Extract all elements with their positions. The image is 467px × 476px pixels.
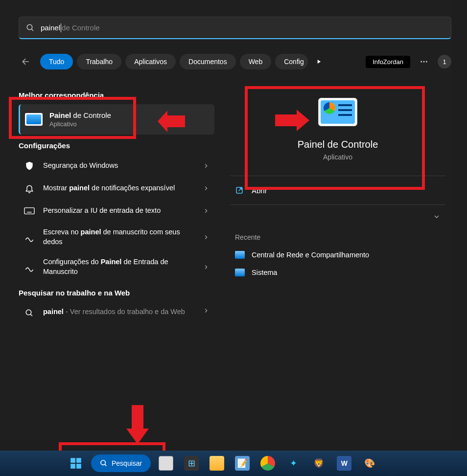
best-match-item[interactable]: Painel de Controle Aplicativo bbox=[19, 104, 214, 135]
search-suggestion-text: de Controle bbox=[62, 23, 100, 32]
start-button[interactable] bbox=[66, 453, 86, 474]
keyboard-icon bbox=[23, 205, 35, 217]
file-explorer-app[interactable] bbox=[207, 453, 227, 474]
svg-point-4 bbox=[426, 61, 427, 63]
svg-point-3 bbox=[423, 61, 425, 63]
search-panel: painel de Controle Tudo Trabalho Aplicat… bbox=[0, 0, 452, 440]
text-cursor bbox=[61, 23, 61, 32]
brave-app[interactable]: 🦁 bbox=[308, 453, 329, 474]
preview-subtitle: Aplicativo bbox=[230, 153, 445, 161]
svg-line-1 bbox=[31, 29, 33, 31]
annotation-arrow-right bbox=[275, 110, 309, 131]
open-action[interactable]: Abrir bbox=[230, 179, 445, 202]
chevron-right-icon bbox=[203, 185, 210, 192]
app-icon[interactable]: ✦ bbox=[283, 453, 304, 474]
tab-apps[interactable]: Aplicativos bbox=[125, 54, 176, 69]
best-match-subtitle: Aplicativo bbox=[49, 120, 111, 128]
section-web-title: Pesquisar no trabalho e na Web bbox=[19, 289, 214, 297]
preview-header: Painel de Controle Aplicativo bbox=[230, 84, 445, 173]
control-panel-icon bbox=[25, 113, 43, 126]
svg-rect-5 bbox=[24, 208, 34, 214]
setting-text: Mostrar painel de notificações expansíve… bbox=[43, 183, 195, 193]
preview-title: Painel de Controle bbox=[230, 139, 445, 150]
tab-work[interactable]: Trabalho bbox=[77, 54, 121, 69]
taskbar: Pesquisar ⊞ 📝 ✦ 🦁 W 🎨 bbox=[0, 451, 467, 476]
search-input[interactable]: painel de Controle bbox=[19, 17, 451, 39]
search-icon bbox=[23, 307, 35, 319]
task-view-button[interactable] bbox=[156, 453, 176, 474]
setting-handwriting-panel[interactable]: Configurações do Painel de Entrada de Ma… bbox=[19, 252, 214, 282]
preview-right-column: Painel de Controle Aplicativo Abrir Rece… bbox=[230, 84, 445, 281]
search-typed-text: painel bbox=[41, 23, 60, 32]
setting-text-input-ui[interactable]: Personalizar a IU de entrada de texto bbox=[19, 200, 214, 222]
recent-item-network[interactable]: Central de Rede e Compartilhamento bbox=[230, 246, 445, 264]
control-panel-icon-large bbox=[318, 98, 357, 126]
divider bbox=[230, 176, 445, 176]
divider bbox=[230, 204, 445, 205]
svg-rect-17 bbox=[76, 464, 81, 469]
search-icon bbox=[100, 459, 108, 467]
tab-settings-partial[interactable]: Config bbox=[275, 54, 307, 69]
web-search-text: painel - Ver resultados do trabalho e da… bbox=[43, 307, 195, 317]
svg-rect-16 bbox=[70, 464, 75, 469]
chevron-right-icon bbox=[203, 207, 210, 214]
chevron-right-icon bbox=[203, 234, 210, 241]
svg-line-19 bbox=[105, 464, 106, 466]
shield-icon bbox=[23, 160, 35, 172]
setting-notification-panel[interactable]: Mostrar painel de notificações expansíve… bbox=[19, 177, 214, 200]
recent-section-title: Recente bbox=[230, 226, 445, 246]
svg-line-12 bbox=[30, 315, 32, 317]
recent-item-system[interactable]: Sistema bbox=[230, 264, 445, 281]
word-app[interactable]: W bbox=[334, 453, 354, 474]
paint-app[interactable]: 🎨 bbox=[359, 453, 380, 474]
brand-badge: InfoZordan bbox=[366, 56, 410, 68]
control-panel-small-icon bbox=[235, 269, 245, 276]
search-icon bbox=[26, 23, 35, 32]
tab-all[interactable]: Tudo bbox=[40, 54, 73, 69]
svg-point-11 bbox=[26, 310, 31, 316]
handwriting-icon bbox=[23, 261, 35, 273]
avatar[interactable]: 1 bbox=[438, 55, 451, 68]
back-button[interactable] bbox=[19, 54, 33, 69]
expand-button[interactable] bbox=[230, 208, 445, 226]
open-external-icon bbox=[235, 186, 244, 195]
setting-text: Configurações do Painel de Entrada de Ma… bbox=[43, 257, 195, 276]
chevron-down-icon bbox=[433, 213, 441, 221]
tab-web[interactable]: Web bbox=[240, 54, 272, 69]
best-match-title: Painel de Controle bbox=[49, 111, 111, 119]
setting-text: Escreva no painel de manuscrito com seus… bbox=[43, 227, 195, 247]
svg-point-0 bbox=[27, 24, 32, 30]
section-settings-title: Configurações bbox=[19, 141, 214, 150]
chevron-right-icon bbox=[203, 264, 210, 271]
svg-rect-15 bbox=[76, 458, 81, 463]
section-best-match-title: Melhor correspondência bbox=[19, 91, 214, 99]
control-panel-small-icon bbox=[235, 251, 245, 259]
svg-point-2 bbox=[420, 61, 422, 63]
taskbar-search-button[interactable]: Pesquisar bbox=[91, 454, 151, 472]
annotation-arrow-down bbox=[126, 405, 149, 444]
bell-icon bbox=[23, 182, 35, 194]
chrome-app[interactable] bbox=[257, 453, 278, 474]
more-options-button[interactable] bbox=[417, 55, 431, 68]
annotation-arrow-left bbox=[158, 111, 185, 132]
svg-rect-14 bbox=[70, 458, 75, 463]
tabs-more-button[interactable] bbox=[312, 55, 326, 68]
tab-documents[interactable]: Documentos bbox=[180, 54, 236, 69]
setting-windows-security[interactable]: Segurança do Windows bbox=[19, 155, 214, 177]
svg-point-18 bbox=[101, 460, 105, 465]
results-left-column: Melhor correspondência Painel de Control… bbox=[19, 84, 214, 324]
handwriting-icon bbox=[23, 231, 35, 243]
chevron-right-icon bbox=[203, 162, 210, 169]
filter-tabs: Tudo Trabalho Aplicativos Documentos Web… bbox=[19, 53, 451, 70]
web-search-item[interactable]: painel - Ver resultados do trabalho e da… bbox=[19, 302, 214, 324]
notepad-app[interactable]: 📝 bbox=[232, 453, 253, 474]
setting-handwriting-fingers[interactable]: Escreva no painel de manuscrito com seus… bbox=[19, 222, 214, 252]
calculator-app[interactable]: ⊞ bbox=[181, 453, 202, 474]
chevron-right-icon bbox=[203, 307, 210, 314]
